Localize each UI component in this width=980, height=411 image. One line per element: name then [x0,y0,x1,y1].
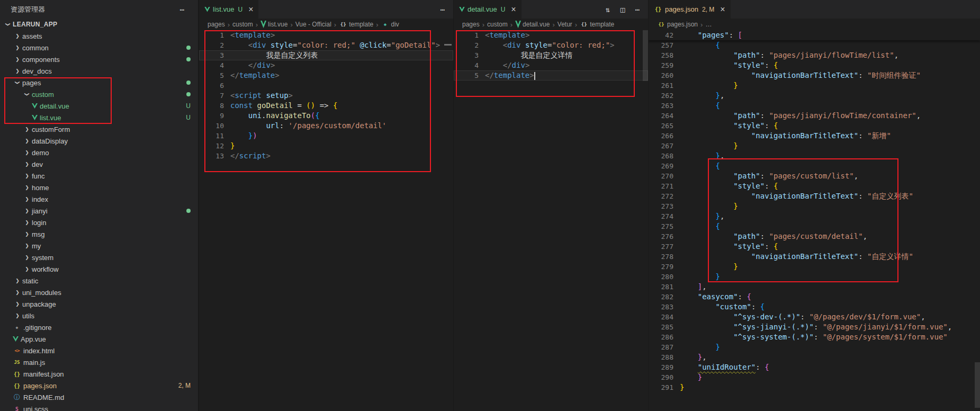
sidebar-item-customform[interactable]: ❯customForm [0,123,198,135]
code-line-259[interactable]: 259 "style": { [649,60,980,70]
code-line-283[interactable]: 283 "custom": { [649,302,980,312]
chevron-right-icon[interactable]: ❯ [22,196,32,202]
chevron-right-icon[interactable]: ❯ [22,185,32,190]
code-line-284[interactable]: 284 "^sys-dev-(.*)": "@/pages/dev/$1/for… [649,312,980,322]
sidebar-item-uni-scss[interactable]: Suni.scss [0,403,198,411]
code-line-274[interactable]: 274 }, [649,211,980,221]
breadcrumb-item[interactable]: {}pages.json [657,21,698,28]
code-line-281[interactable]: 281 ], [649,282,980,292]
code-line-265[interactable]: 265 "style": { [649,121,980,131]
chevron-right-icon[interactable]: ❯ [13,57,22,62]
chevron-right-icon[interactable]: ❯ [13,45,22,50]
sidebar-item-static[interactable]: ❯static [0,275,198,287]
code-line-267[interactable]: 267 } [649,141,980,151]
ellipsis-button[interactable]: ⋯ [631,3,644,16]
sidebar-item-utils[interactable]: ❯utils [0,310,198,321]
code-line-273[interactable]: 273 } [649,201,980,211]
code-editor-pages-json[interactable]: 42 "pages": [ 257 {258 "path": "pages/ji… [649,30,980,411]
sticky-scroll-line[interactable]: 42 "pages": [ [649,30,980,40]
chevron-right-icon[interactable]: ❯ [22,150,32,155]
code-line-282[interactable]: 282 "easycom": { [649,292,980,302]
code-line-270[interactable]: 270 "path": "pages/custom/list", [649,171,980,181]
code-line-42[interactable]: 42 "pages": [ [649,30,980,40]
code-line-264[interactable]: 264 "path": "pages/jianyi/flowTime/conta… [649,111,980,121]
compare-button[interactable]: ⇅ [601,3,614,16]
sidebar-item-demo[interactable]: ❯demo [0,147,198,158]
sidebar-item-uni-modules[interactable]: ❯uni_modules [0,287,198,298]
sidebar-item-index[interactable]: ❯index [0,193,198,205]
chevron-right-icon[interactable]: ❯ [22,266,32,272]
code-line-289[interactable]: 289 "uniIdRouter": { [649,362,980,372]
chevron-right-icon[interactable]: ❯ [13,68,22,74]
code-line-288[interactable]: 288 }, [649,352,980,362]
sidebar-item-unpackage[interactable]: ❯unpackage [0,298,198,310]
chevron-right-icon[interactable]: ❯ [22,127,32,132]
code-line-7[interactable]: 7<script setup> [199,91,453,101]
code-line-4[interactable]: 4 </div> [199,60,453,70]
code-line-5[interactable]: 5</template> [199,70,453,81]
sidebar-item-login[interactable]: ❯login [0,217,198,228]
tab-list-vue[interactable]: list.vue U × [199,0,259,19]
scrollbar-thumb[interactable] [975,362,980,408]
code-line-266[interactable]: 266 "navigationBarTitleText": "新增" [649,131,980,141]
code-line-290[interactable]: 290 } [649,372,980,382]
sidebar-item-func[interactable]: ❯func [0,170,198,182]
close-icon[interactable]: × [720,5,725,14]
sidebar-item-msg[interactable]: ❯msg [0,228,198,240]
code-line-291[interactable]: 291} [649,382,980,392]
code-line-6[interactable]: 6 [199,81,453,91]
chevron-right-icon[interactable]: ❯ [22,208,32,213]
sidebar-item-system[interactable]: ❯system [0,252,198,263]
chevron-right-icon[interactable]: ❯ [22,138,32,144]
split-button[interactable]: ◫ [616,3,629,16]
sidebar-item-custom[interactable]: ❯custom [0,88,198,100]
breadcrumb-item[interactable]: {}template [580,21,614,28]
sidebar-item-index-html[interactable]: <>index.html [0,345,198,356]
code-editor-list-vue[interactable]: 1<template>2 <div style="color: red;" @c… [199,30,453,411]
tab-detail-vue[interactable]: detail.vue U × [454,0,522,19]
breadcrumb-item[interactable]: custom [232,21,253,28]
chevron-right-icon[interactable]: ❯ [13,313,22,318]
code-line-287[interactable]: 287 } [649,342,980,352]
code-line-279[interactable]: 279 } [649,262,980,272]
code-line-12[interactable]: 12} [199,141,453,151]
ellipsis-button[interactable]: ⋯ [176,3,188,16]
chevron-down-icon[interactable]: ❯ [24,90,30,99]
close-icon[interactable]: × [511,5,516,14]
code-line-3[interactable]: 3 我是自定义详情 [454,50,648,60]
code-line-272[interactable]: 272 "navigationBarTitleText": "自定义列表" [649,191,980,201]
code-line-2[interactable]: 2 <div style="color: red;"> [454,40,648,50]
code-line-2[interactable]: 2 <div style="color: red;" @click="goDet… [199,40,453,50]
sidebar-item-main-js[interactable]: JSmain.js [0,356,198,368]
chevron-right-icon[interactable]: ❯ [22,255,32,260]
code-line-276[interactable]: 276 "path": "pages/custom/detail", [649,231,980,242]
code-line-11[interactable]: 11 }) [199,131,453,141]
sidebar-item-common[interactable]: ❯common [0,42,198,53]
chevron-right-icon[interactable]: ❯ [22,220,32,225]
code-line-271[interactable]: 271 "style": { [649,181,980,191]
code-line-3[interactable]: 3 我是自定义列表 [199,50,453,60]
sidebar-item-learun-app[interactable]: ❯LEARUN_APP [0,19,198,30]
sidebar-item-app-vue[interactable]: App.vue [0,333,198,345]
chevron-right-icon[interactable]: ❯ [13,278,22,283]
code-line-9[interactable]: 9 uni.navigateTo({ [199,111,453,121]
code-line-257[interactable]: 257 { [649,40,980,50]
sidebar-item-manifest-json[interactable]: {}manifest.json [0,368,198,380]
code-line-261[interactable]: 261 } [649,81,980,91]
code-line-280[interactable]: 280 } [649,272,980,282]
code-line-278[interactable]: 278 "navigationBarTitleText": "自定义详情" [649,252,980,262]
code-line-260[interactable]: 260 "navigationBarTitleText": "时间组件验证" [649,70,980,81]
close-icon[interactable]: × [248,5,253,14]
sidebar-item-pages-json[interactable]: {}pages.json2, M [0,380,198,391]
chevron-right-icon[interactable]: ❯ [22,173,32,178]
sidebar-item-home[interactable]: ❯home [0,182,198,193]
code-line-269[interactable]: 269 { [649,161,980,171]
sidebar-item-dev-docs[interactable]: ❯dev_docs [0,65,198,77]
code-line-1[interactable]: 1<template> [199,30,453,40]
sidebar-item-assets[interactable]: ❯assets [0,30,198,42]
code-line-262[interactable]: 262 }, [649,91,980,101]
code-line-263[interactable]: 263 { [649,101,980,111]
code-line-285[interactable]: 285 "^sys-jianyi-(.*)": "@/pages/jianyi/… [649,322,980,332]
breadcrumb-item[interactable]: ◈div [381,21,399,28]
code-line-275[interactable]: 275 { [649,221,980,231]
